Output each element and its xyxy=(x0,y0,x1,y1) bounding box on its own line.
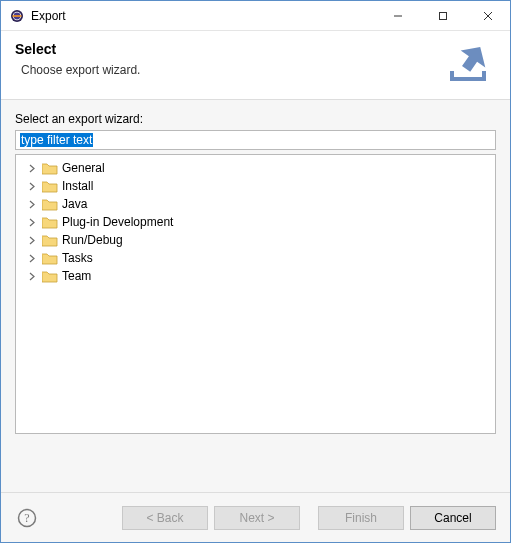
minimize-button[interactable] xyxy=(375,1,420,31)
folder-icon xyxy=(42,197,58,211)
tree-item[interactable]: General xyxy=(16,159,495,177)
chevron-right-icon[interactable] xyxy=(26,162,38,174)
wizard-body: Select an export wizard: type filter tex… xyxy=(1,100,510,492)
folder-icon xyxy=(42,269,58,283)
window-title: Export xyxy=(31,9,375,23)
svg-line-7 xyxy=(484,12,492,20)
export-tree[interactable]: GeneralInstallJavaPlug-in DevelopmentRun… xyxy=(15,154,496,434)
svg-rect-3 xyxy=(13,15,22,17)
filter-label: Select an export wizard: xyxy=(15,112,496,126)
tree-item-label: Java xyxy=(62,197,87,211)
tree-item-label: Plug-in Development xyxy=(62,215,173,229)
tree-item[interactable]: Team xyxy=(16,267,495,285)
chevron-right-icon[interactable] xyxy=(26,198,38,210)
tree-item-label: Install xyxy=(62,179,93,193)
close-button[interactable] xyxy=(465,1,510,31)
svg-line-6 xyxy=(484,12,492,20)
help-button[interactable]: ? xyxy=(15,506,39,530)
tree-item[interactable]: Install xyxy=(16,177,495,195)
eclipse-icon xyxy=(9,8,25,24)
folder-icon xyxy=(42,161,58,175)
tree-item-label: Tasks xyxy=(62,251,93,265)
tree-item[interactable]: Plug-in Development xyxy=(16,213,495,231)
back-button[interactable]: < Back xyxy=(122,506,208,530)
folder-icon xyxy=(42,233,58,247)
tree-item-label: General xyxy=(62,161,105,175)
chevron-right-icon[interactable] xyxy=(26,270,38,282)
next-button[interactable]: Next > xyxy=(214,506,300,530)
folder-icon xyxy=(42,251,58,265)
folder-icon xyxy=(42,179,58,193)
tree-item[interactable]: Run/Debug xyxy=(16,231,495,249)
chevron-right-icon[interactable] xyxy=(26,234,38,246)
svg-text:?: ? xyxy=(24,511,29,525)
maximize-button[interactable] xyxy=(420,1,465,31)
filter-input-text: type filter text xyxy=(20,133,93,147)
tree-item-label: Team xyxy=(62,269,91,283)
chevron-right-icon[interactable] xyxy=(26,216,38,228)
cancel-button[interactable]: Cancel xyxy=(410,506,496,530)
svg-rect-5 xyxy=(439,13,446,20)
folder-icon xyxy=(42,215,58,229)
chevron-right-icon[interactable] xyxy=(26,180,38,192)
wizard-subtitle: Choose export wizard. xyxy=(21,63,440,77)
tree-item[interactable]: Java xyxy=(16,195,495,213)
tree-item-label: Run/Debug xyxy=(62,233,123,247)
finish-button[interactable]: Finish xyxy=(318,506,404,530)
wizard-heading: Select xyxy=(15,41,440,57)
filter-input[interactable]: type filter text xyxy=(15,130,496,150)
wizard-header: Select Choose export wizard. xyxy=(1,31,510,100)
button-bar: ? < Back Next > Finish Cancel xyxy=(1,492,510,542)
tree-item[interactable]: Tasks xyxy=(16,249,495,267)
title-bar: Export xyxy=(1,1,510,31)
export-icon xyxy=(440,41,496,85)
chevron-right-icon[interactable] xyxy=(26,252,38,264)
